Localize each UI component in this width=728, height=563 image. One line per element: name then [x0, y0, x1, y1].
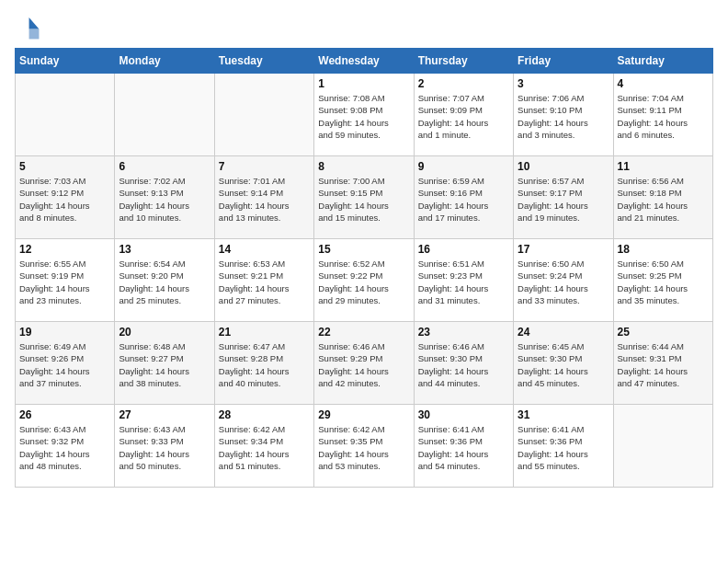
- calendar-cell: 12Sunrise: 6:55 AMSunset: 9:19 PMDayligh…: [16, 239, 115, 322]
- column-header-saturday: Saturday: [613, 49, 712, 74]
- calendar-cell: [613, 405, 712, 488]
- day-number: 29: [318, 408, 409, 421]
- day-info: Sunrise: 6:49 AMSunset: 9:26 PMDaylight:…: [19, 340, 110, 389]
- calendar-cell: 13Sunrise: 6:54 AMSunset: 9:20 PMDayligh…: [115, 239, 214, 322]
- calendar-cell: 1Sunrise: 7:08 AMSunset: 9:08 PMDaylight…: [314, 74, 414, 156]
- calendar-cell: [115, 74, 214, 156]
- day-number: 27: [119, 408, 210, 421]
- column-header-wednesday: Wednesday: [314, 49, 414, 74]
- day-number: 3: [518, 77, 609, 90]
- day-number: 31: [518, 408, 609, 421]
- day-number: 14: [219, 243, 310, 256]
- calendar-cell: [16, 74, 115, 156]
- calendar-cell: 24Sunrise: 6:45 AMSunset: 9:30 PMDayligh…: [514, 322, 613, 405]
- column-header-tuesday: Tuesday: [214, 49, 313, 74]
- calendar-cell: 10Sunrise: 6:57 AMSunset: 9:17 PMDayligh…: [514, 156, 613, 239]
- calendar-cell: 22Sunrise: 6:46 AMSunset: 9:29 PMDayligh…: [314, 322, 414, 405]
- calendar-week-1: 1Sunrise: 7:08 AMSunset: 9:08 PMDaylight…: [16, 74, 713, 156]
- day-info: Sunrise: 6:51 AMSunset: 9:23 PMDaylight:…: [418, 258, 509, 306]
- day-number: 1: [318, 77, 409, 90]
- calendar-header-row: SundayMondayTuesdayWednesdayThursdayFrid…: [16, 49, 713, 74]
- svg-marker-1: [29, 29, 40, 40]
- calendar-cell: 29Sunrise: 6:42 AMSunset: 9:35 PMDayligh…: [314, 405, 414, 488]
- calendar-cell: 3Sunrise: 7:06 AMSunset: 9:10 PMDaylight…: [514, 74, 613, 156]
- day-number: 23: [418, 326, 509, 339]
- day-info: Sunrise: 6:55 AMSunset: 9:19 PMDaylight:…: [19, 258, 110, 306]
- day-number: 4: [618, 77, 709, 90]
- day-number: 13: [119, 243, 210, 256]
- calendar-cell: 21Sunrise: 6:47 AMSunset: 9:28 PMDayligh…: [214, 322, 313, 405]
- day-number: 18: [618, 243, 709, 256]
- svg-marker-0: [29, 17, 40, 29]
- day-info: Sunrise: 6:43 AMSunset: 9:33 PMDaylight:…: [119, 423, 210, 472]
- day-info: Sunrise: 6:46 AMSunset: 9:29 PMDaylight:…: [318, 340, 409, 389]
- day-number: 2: [418, 77, 509, 90]
- day-info: Sunrise: 6:44 AMSunset: 9:31 PMDaylight:…: [618, 340, 709, 389]
- day-number: 22: [318, 326, 409, 339]
- calendar-cell: 18Sunrise: 6:50 AMSunset: 9:25 PMDayligh…: [613, 239, 712, 322]
- day-info: Sunrise: 6:42 AMSunset: 9:34 PMDaylight:…: [219, 423, 310, 472]
- day-info: Sunrise: 7:02 AMSunset: 9:13 PMDaylight:…: [119, 175, 210, 224]
- day-info: Sunrise: 7:00 AMSunset: 9:15 PMDaylight:…: [318, 175, 409, 224]
- day-info: Sunrise: 7:08 AMSunset: 9:08 PMDaylight:…: [318, 92, 409, 141]
- day-info: Sunrise: 7:07 AMSunset: 9:09 PMDaylight:…: [418, 92, 509, 141]
- day-number: 15: [318, 243, 409, 256]
- day-info: Sunrise: 6:48 AMSunset: 9:27 PMDaylight:…: [119, 340, 210, 389]
- calendar-cell: 4Sunrise: 7:04 AMSunset: 9:11 PMDaylight…: [613, 74, 712, 156]
- day-info: Sunrise: 6:57 AMSunset: 9:17 PMDaylight:…: [518, 175, 609, 224]
- calendar-cell: 26Sunrise: 6:43 AMSunset: 9:32 PMDayligh…: [16, 405, 115, 488]
- day-info: Sunrise: 6:53 AMSunset: 9:21 PMDaylight:…: [219, 258, 310, 306]
- calendar-cell: 30Sunrise: 6:41 AMSunset: 9:36 PMDayligh…: [414, 405, 513, 488]
- day-info: Sunrise: 6:54 AMSunset: 9:20 PMDaylight:…: [119, 258, 210, 306]
- calendar-table: SundayMondayTuesdayWednesdayThursdayFrid…: [15, 48, 713, 488]
- calendar-cell: 28Sunrise: 6:42 AMSunset: 9:34 PMDayligh…: [214, 405, 313, 488]
- day-info: Sunrise: 6:56 AMSunset: 9:18 PMDaylight:…: [618, 175, 709, 224]
- calendar-cell: 23Sunrise: 6:46 AMSunset: 9:30 PMDayligh…: [414, 322, 513, 405]
- day-info: Sunrise: 6:41 AMSunset: 9:36 PMDaylight:…: [518, 423, 609, 472]
- day-info: Sunrise: 7:03 AMSunset: 9:12 PMDaylight:…: [19, 175, 110, 224]
- day-number: 24: [518, 326, 609, 339]
- day-number: 25: [618, 326, 709, 339]
- day-number: 6: [119, 160, 210, 173]
- day-number: 20: [119, 326, 210, 339]
- day-info: Sunrise: 6:59 AMSunset: 9:16 PMDaylight:…: [418, 175, 509, 224]
- day-info: Sunrise: 7:06 AMSunset: 9:10 PMDaylight:…: [518, 92, 609, 141]
- calendar-cell: 7Sunrise: 7:01 AMSunset: 9:14 PMDaylight…: [214, 156, 313, 239]
- calendar-cell: 20Sunrise: 6:48 AMSunset: 9:27 PMDayligh…: [115, 322, 214, 405]
- day-number: 19: [19, 326, 110, 339]
- day-number: 26: [19, 408, 110, 421]
- day-number: 16: [418, 243, 509, 256]
- calendar-cell: 17Sunrise: 6:50 AMSunset: 9:24 PMDayligh…: [514, 239, 613, 322]
- day-info: Sunrise: 6:50 AMSunset: 9:25 PMDaylight:…: [618, 258, 709, 306]
- column-header-sunday: Sunday: [16, 49, 115, 74]
- day-info: Sunrise: 6:50 AMSunset: 9:24 PMDaylight:…: [518, 258, 609, 306]
- day-info: Sunrise: 6:52 AMSunset: 9:22 PMDaylight:…: [318, 258, 409, 306]
- logo-icon: [15, 15, 40, 40]
- calendar-cell: 25Sunrise: 6:44 AMSunset: 9:31 PMDayligh…: [613, 322, 712, 405]
- page-header: [15, 15, 713, 40]
- day-info: Sunrise: 6:45 AMSunset: 9:30 PMDaylight:…: [518, 340, 609, 389]
- calendar-cell: 5Sunrise: 7:03 AMSunset: 9:12 PMDaylight…: [16, 156, 115, 239]
- day-number: 30: [418, 408, 509, 421]
- calendar-week-2: 5Sunrise: 7:03 AMSunset: 9:12 PMDaylight…: [16, 156, 713, 239]
- calendar-cell: 27Sunrise: 6:43 AMSunset: 9:33 PMDayligh…: [115, 405, 214, 488]
- calendar-cell: 19Sunrise: 6:49 AMSunset: 9:26 PMDayligh…: [16, 322, 115, 405]
- calendar-cell: [214, 74, 313, 156]
- day-info: Sunrise: 6:47 AMSunset: 9:28 PMDaylight:…: [219, 340, 310, 389]
- calendar-cell: 9Sunrise: 6:59 AMSunset: 9:16 PMDaylight…: [414, 156, 513, 239]
- day-info: Sunrise: 6:46 AMSunset: 9:30 PMDaylight:…: [418, 340, 509, 389]
- calendar-cell: 15Sunrise: 6:52 AMSunset: 9:22 PMDayligh…: [314, 239, 414, 322]
- calendar-cell: 11Sunrise: 6:56 AMSunset: 9:18 PMDayligh…: [613, 156, 712, 239]
- column-header-monday: Monday: [115, 49, 214, 74]
- day-number: 7: [219, 160, 310, 173]
- day-number: 28: [219, 408, 310, 421]
- calendar-cell: 14Sunrise: 6:53 AMSunset: 9:21 PMDayligh…: [214, 239, 313, 322]
- column-header-thursday: Thursday: [414, 49, 513, 74]
- day-number: 12: [19, 243, 110, 256]
- day-number: 9: [418, 160, 509, 173]
- logo: [15, 15, 44, 40]
- day-info: Sunrise: 7:04 AMSunset: 9:11 PMDaylight:…: [618, 92, 709, 141]
- calendar-cell: 16Sunrise: 6:51 AMSunset: 9:23 PMDayligh…: [414, 239, 513, 322]
- day-number: 5: [19, 160, 110, 173]
- calendar-cell: 8Sunrise: 7:00 AMSunset: 9:15 PMDaylight…: [314, 156, 414, 239]
